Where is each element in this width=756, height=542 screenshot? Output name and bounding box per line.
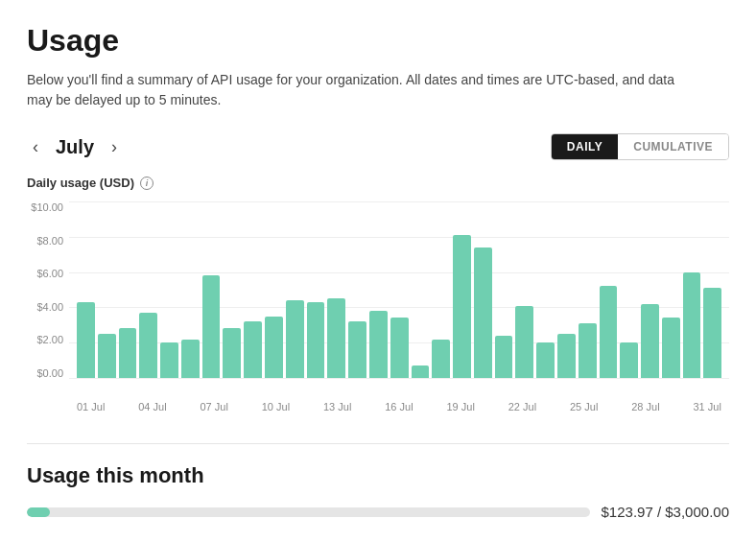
usage-progress-fill [27, 507, 50, 517]
cumulative-toggle-button[interactable]: CUMULATIVE [618, 134, 728, 159]
x-axis-label: 10 Jul [262, 401, 290, 412]
page-title: Usage [27, 23, 729, 59]
chart-bar [703, 288, 721, 378]
next-month-button[interactable]: › [106, 136, 123, 157]
x-axis-label: 16 Jul [385, 401, 413, 412]
y-axis-label: $10.00 [27, 201, 63, 213]
chart-bar [244, 321, 262, 378]
chart-bar [202, 275, 221, 378]
chart-bar [160, 342, 178, 378]
x-axis-label: 01 Jul [77, 401, 105, 412]
daily-toggle-button[interactable]: DAILY [552, 134, 618, 159]
y-axis-label: $8.00 [27, 235, 63, 247]
x-axis-labels: 01 Jul04 Jul07 Jul10 Jul13 Jul16 Jul19 J… [69, 395, 729, 412]
x-axis-label: 13 Jul [323, 401, 351, 412]
chart-bar [286, 300, 304, 378]
usage-bar-row: $123.97 / $3,000.00 [27, 504, 729, 520]
month-nav-left: ‹ July › [27, 136, 123, 158]
y-axis-label: $0.00 [27, 367, 63, 379]
month-label: July [56, 136, 94, 158]
chart-info-icon[interactable]: i [140, 177, 154, 190]
subtitle: Below you'll find a summary of API usage… [27, 70, 679, 110]
chart-bar [432, 340, 450, 378]
chart-bar [515, 306, 533, 378]
chart-bar [327, 298, 345, 378]
chart-bar [181, 340, 200, 378]
month-navigation: ‹ July › DAILY CUMULATIVE [27, 133, 729, 160]
x-axis-label: 28 Jul [631, 401, 659, 412]
chart-bar [390, 318, 409, 378]
chart-bar [348, 321, 366, 378]
y-axis-labels: $10.00$8.00$6.00$4.00$2.00$0.00 [27, 201, 67, 379]
x-axis-label: 22 Jul [508, 401, 536, 412]
chart-title-text: Daily usage (USD) [27, 176, 134, 190]
chart-section: Daily usage (USD) i $10.00$8.00$6.00$4.0… [27, 176, 729, 412]
chart-bar [307, 302, 325, 378]
chart-bar [620, 342, 638, 378]
y-axis-label: $6.00 [27, 268, 63, 279]
chart-bar [683, 272, 701, 378]
chart-bar [412, 365, 430, 378]
bars-container [69, 201, 729, 378]
chart-bar [119, 328, 137, 378]
chart-bar [265, 317, 283, 378]
x-axis-label: 25 Jul [570, 401, 598, 412]
chart-bar [579, 323, 597, 378]
y-axis-label: $4.00 [27, 301, 63, 313]
chart-area [69, 201, 729, 379]
chart-bar [600, 286, 618, 378]
x-axis-label: 31 Jul [694, 401, 721, 412]
chart-bar [77, 302, 95, 378]
chart-bar [662, 318, 680, 378]
chart-bar [495, 336, 513, 378]
chart-bar [369, 311, 388, 378]
x-axis-label: 19 Jul [447, 401, 475, 412]
chart-container: $10.00$8.00$6.00$4.00$2.00$0.00 01 Jul04… [27, 201, 729, 412]
chart-bar [474, 247, 492, 378]
chart-bar [223, 328, 241, 378]
chart-bar [139, 313, 157, 378]
chart-title-row: Daily usage (USD) i [27, 176, 729, 190]
prev-month-button[interactable]: ‹ [27, 136, 44, 157]
chart-bar [557, 334, 576, 378]
chart-bar [536, 342, 555, 378]
y-axis-label: $2.00 [27, 334, 63, 345]
view-toggle-group: DAILY CUMULATIVE [551, 133, 729, 160]
x-axis-label: 07 Jul [201, 401, 228, 412]
chart-bar [98, 334, 116, 378]
section-divider [27, 443, 729, 444]
usage-month-title: Usage this month [27, 463, 729, 488]
usage-progress-track [27, 507, 590, 517]
usage-amount: $123.97 / $3,000.00 [602, 504, 729, 520]
chart-bar [453, 235, 471, 378]
x-axis-label: 04 Jul [138, 401, 166, 412]
chart-bar [641, 304, 659, 378]
